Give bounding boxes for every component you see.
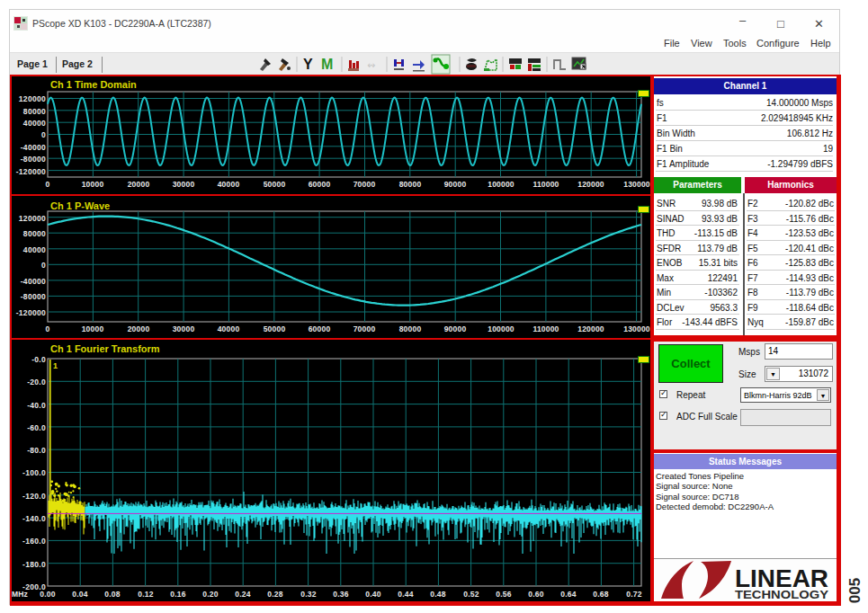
svg-text:1: 1 [53, 361, 58, 370]
svg-text:TECHNOLOGY: TECHNOLOGY [735, 588, 828, 601]
